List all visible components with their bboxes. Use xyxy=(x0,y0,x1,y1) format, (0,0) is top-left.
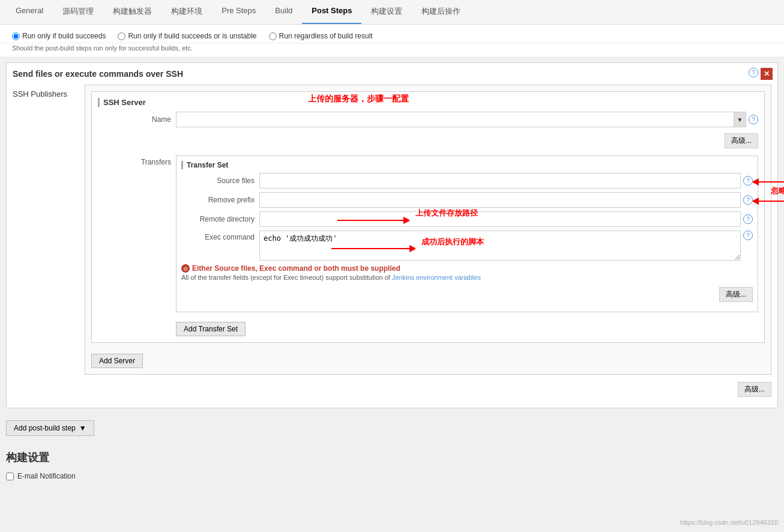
error-icon: ⊖ xyxy=(181,264,190,273)
radio-regardless-label[interactable]: Run regardless of build result xyxy=(269,32,373,40)
tab-post-build[interactable]: 构建后操作 xyxy=(412,0,470,24)
top-nav: General 源码管理 构建触发器 构建环境 Pre Steps Build … xyxy=(0,0,784,25)
hint-text: Should the post-build steps run only for… xyxy=(0,43,784,56)
exec-cmd-row: Exec command echo '成功成功成功' ? 成功后执行的脚本 xyxy=(181,231,753,261)
exec-cmd-label: Exec command xyxy=(181,231,259,241)
name-select-wrapper: hwm ▼ xyxy=(176,112,746,127)
radio-succeeds[interactable] xyxy=(12,32,20,40)
section-advanced-row: 高级... xyxy=(13,379,771,399)
add-transfer-btn[interactable]: Add Transfer Set xyxy=(176,322,246,336)
radio-regardless-text: Run regardless of build result xyxy=(279,32,373,40)
remote-dir-annotation: 上传文件存放路径 xyxy=(415,208,478,219)
name-advanced-btn[interactable]: 高级... xyxy=(725,133,758,148)
prefix-annotation: 忽略路径，如果此路径为空会创建source files里面的多级目录 xyxy=(771,186,784,196)
publishers-layout: SSH Publishers SSH Server Name hwm ▼ ? xyxy=(13,85,771,375)
source-files-input[interactable]: c miniops/svn-miniops-web/miniops-api/ta… xyxy=(259,173,741,189)
email-notification-row: E-mail Notification xyxy=(0,470,784,483)
source-files-label: Source files xyxy=(181,177,259,185)
transfers-advanced-row: 高级... xyxy=(181,285,753,304)
tab-trigger[interactable]: 构建触发器 xyxy=(103,0,161,24)
info-message: All of the transfer fields (except for E… xyxy=(181,274,753,281)
exec-arrow-svg xyxy=(331,243,415,255)
add-post-build-label: Add post-build step xyxy=(14,424,76,432)
tab-build[interactable]: Build xyxy=(265,0,302,24)
radio-unstable-text: Run only if build succeeds or is unstabl… xyxy=(128,32,256,40)
ssh-section-title: Send files or execute commands over SSH xyxy=(13,69,771,79)
ssh-section: ✕ ? Send files or execute commands over … xyxy=(6,62,778,408)
ssh-help-icon[interactable]: ? xyxy=(749,68,758,77)
tab-pre-steps[interactable]: Pre Steps xyxy=(212,0,265,24)
transfers-row: Transfers Transfer Set Source files c mi… xyxy=(98,156,758,312)
build-settings-heading: 构建设置 xyxy=(6,450,778,465)
error-message: ⊖ Either Source files, Exec command or b… xyxy=(181,264,753,273)
publishers-content: SSH Server Name hwm ▼ ? 上传的服务器，步骤一配置 xyxy=(85,85,771,375)
remote-dir-label: Remote directory xyxy=(181,215,259,223)
run-condition-group: Run only if build succeeds Run only if b… xyxy=(0,25,784,43)
tab-env[interactable]: 构建环境 xyxy=(161,0,212,24)
name-input[interactable]: hwm xyxy=(176,112,734,127)
radio-regardless[interactable] xyxy=(269,32,277,40)
add-post-build-btn[interactable]: Add post-build step ▼ xyxy=(6,420,94,436)
transfers-label: Transfers xyxy=(98,156,176,166)
radio-unstable[interactable] xyxy=(118,32,125,40)
name-advanced-row: 高级... xyxy=(98,131,758,151)
transfer-set-box: Transfer Set Source files c miniops/svn-… xyxy=(176,156,758,312)
prefix-arrow-svg xyxy=(753,195,784,207)
radio-unstable-label[interactable]: Run only if build succeeds or is unstabl… xyxy=(118,32,256,40)
add-server-row: Add Server xyxy=(91,349,765,368)
add-transfer-row: Add Transfer Set xyxy=(176,317,758,336)
name-label: Name xyxy=(98,115,176,124)
radio-succeeds-label[interactable]: Run only if build succeeds xyxy=(12,32,106,40)
server-annotation: 上传的服务器，步骤一配置 xyxy=(308,94,409,104)
email-checkbox[interactable] xyxy=(6,473,14,480)
remote-dir-arrow-svg xyxy=(337,214,409,226)
transfer-set-title: Transfer Set xyxy=(181,161,753,169)
remote-dir-help-icon[interactable]: ? xyxy=(743,214,753,224)
remote-dir-row: Remote directory /www/tempdir/ ? 上传文件存放路… xyxy=(181,211,753,227)
radio-succeeds-text: Run only if build succeeds xyxy=(22,32,106,40)
ssh-server-section: SSH Server Name hwm ▼ ? 上传的服务器，步骤一配置 xyxy=(91,91,765,343)
jenkins-env-link[interactable]: Jenkins environment variables xyxy=(392,274,481,281)
name-help-icon[interactable]: ? xyxy=(749,115,758,124)
tab-build-settings[interactable]: 构建设置 xyxy=(361,0,412,24)
ssh-server-title: SSH Server xyxy=(98,98,758,107)
email-label: E-mail Notification xyxy=(17,472,76,480)
source-files-row: Source files c miniops/svn-miniops-web/m… xyxy=(181,173,753,189)
source-files-help-icon[interactable]: ? xyxy=(743,176,753,186)
remote-dir-input[interactable]: /www/tempdir/ xyxy=(259,211,741,227)
exec-cmd-help-icon[interactable]: ? xyxy=(743,231,753,240)
remove-prefix-help-icon[interactable]: ? xyxy=(743,195,753,205)
add-post-build-arrow: ▼ xyxy=(79,424,86,432)
bottom-section: Add post-build step ▼ xyxy=(0,414,784,442)
tab-post-steps[interactable]: Post Steps xyxy=(302,0,361,24)
exec-annotation: 成功后执行的脚本 xyxy=(421,237,484,247)
name-row: Name hwm ▼ ? 上传的服务器，步骤一配置 xyxy=(98,112,758,127)
remove-prefix-input[interactable]: c i/target xyxy=(259,192,741,208)
name-select-arrow[interactable]: ▼ xyxy=(734,112,746,127)
transfers-advanced-btn[interactable]: 高级... xyxy=(719,287,753,302)
add-server-btn[interactable]: Add Server xyxy=(91,354,143,368)
tab-general[interactable]: General xyxy=(6,0,53,24)
close-button[interactable]: ✕ xyxy=(761,68,773,80)
publishers-label: SSH Publishers xyxy=(13,85,85,375)
tab-source[interactable]: 源码管理 xyxy=(53,0,103,24)
remove-prefix-label: Remove prefix xyxy=(181,196,259,204)
remove-prefix-row: Remove prefix c i/target ? 忽略路径，如果此路径为空会… xyxy=(181,192,753,208)
section-advanced-btn[interactable]: 高级... xyxy=(738,382,771,397)
